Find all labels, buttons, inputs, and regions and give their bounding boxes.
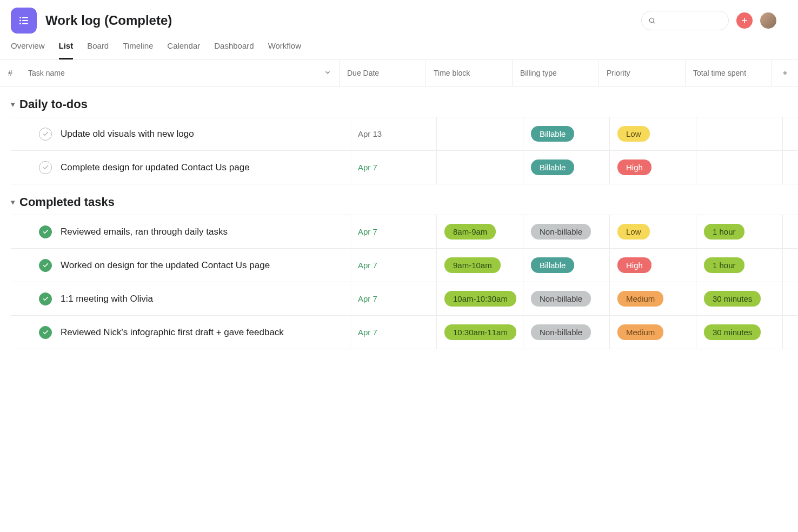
- search-input[interactable]: [659, 16, 722, 25]
- billing-cell[interactable]: Billable: [523, 117, 610, 150]
- complete-toggle[interactable]: [39, 128, 52, 141]
- task-name-cell[interactable]: Complete design for updated Contact Us p…: [31, 151, 350, 184]
- total-time-cell[interactable]: [696, 117, 783, 150]
- due-date: Apr 7: [358, 227, 377, 236]
- time-block-pill: 10am-10:30am: [444, 291, 516, 307]
- billing-cell[interactable]: Billable: [523, 249, 610, 282]
- task-name-cell[interactable]: Update old visuals with new logo: [31, 117, 350, 150]
- total-time-cell[interactable]: [696, 151, 783, 184]
- task-name: Update old visuals with new logo: [61, 129, 194, 139]
- time-block-cell[interactable]: 9am-10am: [437, 249, 523, 282]
- tab-overview[interactable]: Overview: [11, 41, 45, 59]
- tab-dashboard[interactable]: Dashboard: [214, 41, 254, 59]
- task-row[interactable]: Complete design for updated Contact Us p…: [11, 150, 798, 184]
- search-box[interactable]: [641, 11, 729, 30]
- plus-icon: [740, 16, 749, 25]
- add-button[interactable]: [736, 12, 753, 29]
- task-name-cell[interactable]: Reviewed emails, ran through daily tasks: [31, 215, 350, 248]
- total-time-cell[interactable]: 30 minutes: [696, 316, 783, 349]
- tabs: OverviewListBoardTimelineCalendarDashboa…: [0, 34, 798, 60]
- total-time-cell[interactable]: 1 hour: [696, 215, 783, 248]
- col-billing-type[interactable]: Billing type: [513, 60, 599, 86]
- task-row[interactable]: Worked on design for the updated Contact…: [11, 248, 798, 282]
- priority-cell[interactable]: Medium: [610, 282, 696, 315]
- task-name-cell[interactable]: 1:1 meeting with Olivia: [31, 282, 350, 315]
- task-name-cell[interactable]: Reviewed Nick's infographic first draft …: [31, 316, 350, 349]
- complete-toggle[interactable]: [39, 292, 52, 305]
- project-title[interactable]: Work log (Complete): [45, 13, 172, 28]
- tab-board[interactable]: Board: [87, 41, 109, 59]
- col-due-date[interactable]: Due Date: [340, 60, 426, 86]
- time-block-cell[interactable]: [437, 117, 523, 150]
- complete-toggle[interactable]: [39, 326, 52, 339]
- task-name: Reviewed emails, ran through daily tasks: [61, 227, 228, 237]
- task-name-cell[interactable]: Worked on design for the updated Contact…: [31, 249, 350, 282]
- task-row[interactable]: Update old visuals with new logoApr 13Bi…: [11, 117, 798, 150]
- task-row[interactable]: Reviewed Nick's infographic first draft …: [11, 315, 798, 349]
- col-num[interactable]: #: [0, 60, 21, 86]
- billing-cell[interactable]: Non-billable: [523, 316, 610, 349]
- time-block-cell[interactable]: [437, 151, 523, 184]
- tab-calendar[interactable]: Calendar: [167, 41, 200, 59]
- billing-cell[interactable]: Non-billable: [523, 215, 610, 248]
- complete-toggle[interactable]: [39, 225, 52, 238]
- task-name: Worked on design for the updated Contact…: [61, 260, 270, 271]
- task-table: Update old visuals with new logoApr 13Bi…: [0, 117, 798, 184]
- total-time-pill: 1 hour: [704, 257, 744, 273]
- complete-toggle[interactable]: [39, 259, 52, 272]
- col-task-label: Task name: [28, 69, 65, 77]
- task-row[interactable]: Reviewed emails, ran through daily tasks…: [11, 215, 798, 248]
- svg-rect-0: [19, 17, 21, 18]
- billing-pill: Non-billable: [531, 224, 591, 240]
- due-date: Apr 7: [358, 261, 377, 270]
- tab-list[interactable]: List: [59, 41, 74, 59]
- chevron-down-icon[interactable]: [324, 69, 331, 78]
- due-date-cell[interactable]: Apr 7: [350, 316, 437, 349]
- time-block-cell[interactable]: 10am-10:30am: [437, 282, 523, 315]
- project-icon[interactable]: [11, 8, 37, 34]
- due-date-cell[interactable]: Apr 7: [350, 249, 437, 282]
- time-block-cell[interactable]: 10:30am-11am: [437, 316, 523, 349]
- priority-pill: Medium: [617, 324, 663, 340]
- time-block-cell[interactable]: 8am-9am: [437, 215, 523, 248]
- col-total-time[interactable]: Total time spent: [686, 60, 772, 86]
- avatar[interactable]: [760, 12, 776, 29]
- time-block-pill: 8am-9am: [444, 224, 496, 240]
- plus-icon: [781, 69, 789, 77]
- section-header[interactable]: ▾Daily to-dos: [0, 87, 798, 117]
- section-header[interactable]: ▾Completed tasks: [0, 184, 798, 215]
- due-date-cell[interactable]: Apr 7: [350, 282, 437, 315]
- row-num-cell: [11, 151, 31, 184]
- priority-cell[interactable]: High: [610, 249, 696, 282]
- col-task-name[interactable]: Task name: [21, 60, 340, 86]
- row-num-cell: [11, 282, 31, 315]
- col-time-block[interactable]: Time block: [426, 60, 513, 86]
- priority-cell[interactable]: High: [610, 151, 696, 184]
- tab-workflow[interactable]: Workflow: [268, 41, 301, 59]
- priority-cell[interactable]: Medium: [610, 316, 696, 349]
- row-num-cell: [11, 215, 31, 248]
- collapse-icon[interactable]: ▾: [11, 99, 15, 109]
- billing-cell[interactable]: Non-billable: [523, 282, 610, 315]
- total-time-cell[interactable]: 1 hour: [696, 249, 783, 282]
- task-row[interactable]: 1:1 meeting with OliviaApr 710am-10:30am…: [11, 282, 798, 315]
- tab-timeline[interactable]: Timeline: [123, 41, 153, 59]
- total-time-cell[interactable]: 30 minutes: [696, 282, 783, 315]
- priority-pill: Low: [617, 126, 650, 142]
- collapse-icon[interactable]: ▾: [11, 197, 15, 207]
- total-time-pill: 30 minutes: [704, 291, 761, 307]
- billing-cell[interactable]: Billable: [523, 151, 610, 184]
- task-table: Reviewed emails, ran through daily tasks…: [0, 215, 798, 349]
- col-priority[interactable]: Priority: [599, 60, 686, 86]
- complete-toggle[interactable]: [39, 161, 52, 174]
- billing-pill: Non-billable: [531, 324, 591, 340]
- header: Work log (Complete): [0, 0, 798, 34]
- priority-cell[interactable]: Low: [610, 117, 696, 150]
- due-date-cell[interactable]: Apr 7: [350, 151, 437, 184]
- priority-cell[interactable]: Low: [610, 215, 696, 248]
- add-column-button[interactable]: [772, 60, 798, 86]
- due-date-cell[interactable]: Apr 13: [350, 117, 437, 150]
- column-headers: # Task name Due Date Time block Billing …: [0, 60, 798, 87]
- due-date-cell[interactable]: Apr 7: [350, 215, 437, 248]
- row-trailing-cell: [783, 282, 798, 315]
